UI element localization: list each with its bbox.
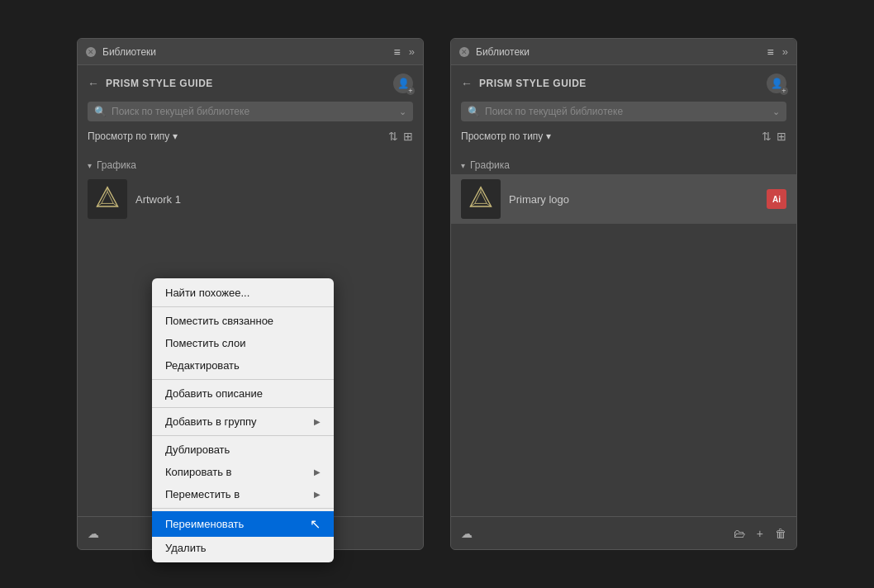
view-type-left[interactable]: Просмотр по типу ▾ xyxy=(88,130,178,142)
hamburger-icon-right[interactable]: ≡ xyxy=(767,45,774,59)
back-left-right: ← PRISM STYLE GUIDE xyxy=(461,77,587,90)
svg-marker-6 xyxy=(475,192,487,203)
titlebar-right-left: ✕ Библиотеки xyxy=(459,46,530,58)
cursor-icon: ↖ xyxy=(310,516,321,532)
double-arrow-icon-right[interactable]: » xyxy=(782,45,788,58)
grid-icon-left[interactable]: ⊞ xyxy=(403,130,413,143)
group-header-left[interactable]: ▾ Графика xyxy=(78,156,423,174)
menu-separator-1 xyxy=(152,306,334,307)
cloud-icon-left[interactable]: ☁ xyxy=(88,527,99,540)
group-name-left: Графика xyxy=(97,159,136,171)
menu-item-duplicate[interactable]: Дублировать xyxy=(152,439,334,461)
cloud-icon-right[interactable]: ☁ xyxy=(461,527,473,540)
hamburger-icon[interactable]: ≡ xyxy=(394,45,401,59)
search-icon-left: 🔍 xyxy=(94,106,107,117)
submenu-arrow-2: ▶ xyxy=(314,467,321,477)
view-type-right[interactable]: Просмотр по типу ▾ xyxy=(461,130,551,142)
close-button-right[interactable]: ✕ xyxy=(459,47,469,57)
view-row-right: Просмотр по типу ▾ ⇅ ⊞ xyxy=(461,130,786,143)
menu-separator-4 xyxy=(152,435,334,436)
menu-separator-3 xyxy=(152,407,334,408)
view-type-label-left: Просмотр по типу xyxy=(88,130,169,142)
panel-header-right: ← PRISM STYLE GUIDE 👤 🔍 Поиск по текущей… xyxy=(451,65,796,149)
panel-title-right: Библиотеки xyxy=(476,46,530,58)
close-button[interactable]: ✕ xyxy=(86,47,96,57)
search-icon-right: 🔍 xyxy=(468,106,480,117)
panel-content-right: ▾ Графика Primary logo Ai xyxy=(451,149,796,516)
view-chevron-left: ▾ xyxy=(173,130,178,142)
svg-marker-1 xyxy=(102,192,113,203)
sort-icon-right[interactable]: ⇅ xyxy=(762,130,772,143)
add-icon-right[interactable]: + xyxy=(757,527,763,540)
menu-item-place-linked[interactable]: Поместить связанное xyxy=(152,310,334,332)
menu-separator-2 xyxy=(152,379,334,380)
right-panel: ✕ Библиотеки ≡ » ← PRISM STYLE GUIDE 👤 🔍… xyxy=(450,38,797,550)
search-chevron-left[interactable]: ⌄ xyxy=(399,107,406,117)
back-row-right: ← PRISM STYLE GUIDE 👤 xyxy=(461,74,786,93)
menu-item-rename[interactable]: Переименовать ↖ xyxy=(152,511,334,537)
menu-item-move-to[interactable]: Переместить в ▶ xyxy=(152,483,334,505)
item-name-left: Artwork 1 xyxy=(135,193,413,206)
menu-item-edit[interactable]: Редактировать xyxy=(152,354,334,377)
grid-icon-right[interactable]: ⊞ xyxy=(777,130,786,143)
back-arrow-icon-right[interactable]: ← xyxy=(461,77,473,90)
menu-item-copy-to[interactable]: Копировать в ▶ xyxy=(152,461,334,483)
left-panel: ✕ Библиотеки ≡ » ← PRISM STYLE GUIDE 👤 🔍… xyxy=(77,38,424,550)
group-name-right: Графика xyxy=(470,159,510,171)
menu-item-add-to-group[interactable]: Добавить в группу ▶ xyxy=(152,410,334,433)
group-chevron-left: ▾ xyxy=(88,161,92,170)
search-row-left: 🔍 Поиск по текущей библиотеке ⌄ xyxy=(88,102,413,121)
back-left: ← PRISM STYLE GUIDE xyxy=(88,77,213,90)
user-icon-right[interactable]: 👤 xyxy=(767,74,786,93)
menu-item-find-similar[interactable]: Найти похожее... xyxy=(152,282,334,304)
item-name-right: Primary logo xyxy=(509,193,758,206)
double-arrow-icon[interactable]: » xyxy=(409,45,415,58)
item-thumbnail-right xyxy=(461,179,501,219)
panel-title-left: Библиотеки xyxy=(102,46,156,58)
context-menu: Найти похожее... Поместить связанное Пом… xyxy=(152,278,334,562)
search-row-right: 🔍 Поиск по текущей библиотеке ⌄ xyxy=(461,102,786,121)
back-arrow-icon[interactable]: ← xyxy=(88,77,99,90)
search-placeholder-right: Поиск по текущей библиотеке xyxy=(485,106,767,117)
view-icons-left: ⇅ ⊞ xyxy=(388,130,413,143)
submenu-arrow-3: ▶ xyxy=(314,490,321,499)
user-icon-left[interactable]: 👤 xyxy=(393,74,413,93)
panel-titlebar-right: ✕ Библиотеки ≡ » xyxy=(451,39,796,65)
titlebar-left: ✕ Библиотеки xyxy=(86,46,156,58)
view-type-label-right: Просмотр по типу xyxy=(461,130,543,142)
library-name-left: PRISM STYLE GUIDE xyxy=(106,78,213,89)
panel-footer-right: ☁ 🗁 + 🗑 xyxy=(451,516,796,549)
menu-item-add-description[interactable]: Добавить описание xyxy=(152,382,334,405)
panel-titlebar-left: ✕ Библиотеки ≡ » xyxy=(78,39,423,65)
sort-icon-left[interactable]: ⇅ xyxy=(388,130,398,143)
menu-item-place-layers[interactable]: Поместить слои xyxy=(152,332,334,354)
library-name-right: PRISM STYLE GUIDE xyxy=(479,78,587,89)
item-thumbnail-left xyxy=(88,179,127,219)
back-row: ← PRISM STYLE GUIDE 👤 xyxy=(88,74,413,93)
menu-separator-5 xyxy=(152,508,334,509)
view-icons-right: ⇅ ⊞ xyxy=(762,130,786,143)
submenu-arrow-1: ▶ xyxy=(314,417,321,426)
item-row-left[interactable]: Artwork 1 xyxy=(78,174,423,224)
group-chevron-right: ▾ xyxy=(461,161,465,170)
search-placeholder-left: Поиск по текущей библиотеке xyxy=(112,106,394,117)
view-row-left: Просмотр по типу ▾ ⇅ ⊞ xyxy=(88,130,413,143)
panel-header-left: ← PRISM STYLE GUIDE 👤 🔍 Поиск по текущей… xyxy=(78,65,423,149)
folder-icon-right[interactable]: 🗁 xyxy=(734,527,745,540)
item-badge-right: Ai xyxy=(767,189,786,209)
view-chevron-right: ▾ xyxy=(546,130,551,142)
trash-icon-right[interactable]: 🗑 xyxy=(775,527,786,540)
menu-item-delete[interactable]: Удалить xyxy=(152,537,334,559)
footer-right-right: 🗁 + 🗑 xyxy=(734,527,786,540)
item-row-right[interactable]: Primary logo Ai xyxy=(451,174,796,224)
search-chevron-right[interactable]: ⌄ xyxy=(772,107,780,117)
group-header-right[interactable]: ▾ Графика xyxy=(451,156,796,174)
